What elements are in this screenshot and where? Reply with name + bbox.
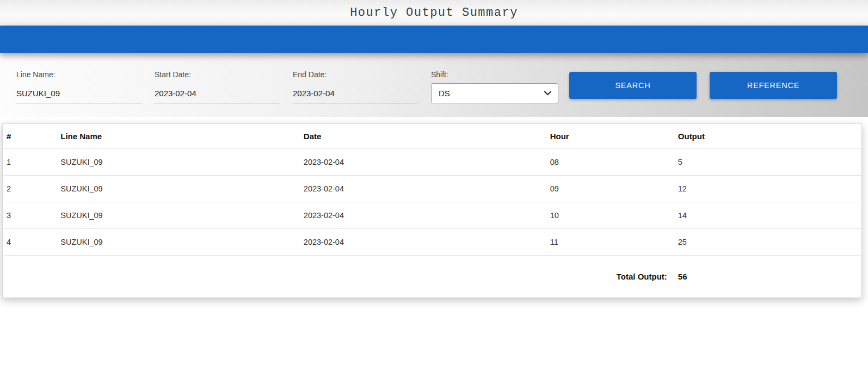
- cell-num: 1: [3, 149, 55, 176]
- line-name-label: Line Name:: [16, 70, 141, 79]
- table-row: 4 SUZUKI_09 2023-02-04 11 25: [3, 229, 861, 256]
- line-name-field: Line Name:: [16, 70, 141, 103]
- results-table-card: # Line Name Date Hour Output 1 SUZUKI_09…: [2, 123, 862, 298]
- end-date-input[interactable]: [293, 86, 418, 103]
- column-header-num: #: [3, 124, 55, 149]
- filter-bar: Line Name: Start Date: End Date: Shift: …: [0, 53, 868, 117]
- reference-button[interactable]: REFERENCE: [710, 72, 837, 99]
- total-output-value: 56: [673, 256, 861, 298]
- shift-select[interactable]: DS: [431, 83, 558, 103]
- column-header-hour: Hour: [545, 124, 673, 149]
- cell-num: 3: [3, 202, 55, 229]
- column-header-date: Date: [298, 124, 545, 149]
- cell-num: 2: [3, 176, 55, 202]
- cell-line-name: SUZUKI_09: [55, 202, 298, 229]
- end-date-field: End Date:: [293, 70, 418, 103]
- start-date-field: Start Date:: [155, 70, 280, 103]
- cell-output: 25: [673, 229, 861, 256]
- column-header-output: Output: [673, 124, 861, 149]
- cell-output: 5: [673, 149, 861, 176]
- column-header-line-name: Line Name: [55, 124, 298, 149]
- cell-output: 12: [673, 176, 861, 202]
- line-name-input[interactable]: [16, 86, 141, 103]
- cell-hour: 08: [545, 149, 673, 176]
- cell-hour: 11: [545, 229, 673, 256]
- cell-hour: 09: [545, 176, 673, 202]
- app-header: Hourly Output Summary: [0, 0, 868, 26]
- total-row: Total Output: 56: [3, 256, 861, 298]
- cell-line-name: SUZUKI_09: [55, 176, 298, 202]
- total-output-label: Total Output:: [3, 256, 673, 298]
- results-table: # Line Name Date Hour Output 1 SUZUKI_09…: [3, 124, 861, 297]
- cell-date: 2023-02-04: [298, 229, 545, 256]
- cell-line-name: SUZUKI_09: [55, 149, 298, 176]
- table-row: 2 SUZUKI_09 2023-02-04 09 12: [3, 176, 861, 202]
- start-date-label: Start Date:: [155, 70, 280, 79]
- shift-field: Shift: DS: [431, 70, 556, 103]
- cell-date: 2023-02-04: [298, 149, 545, 176]
- table-header-row: # Line Name Date Hour Output: [3, 124, 861, 149]
- cell-num: 4: [3, 229, 55, 256]
- table-row: 3 SUZUKI_09 2023-02-04 10 14: [3, 202, 861, 229]
- shift-select-value: DS: [439, 89, 450, 98]
- end-date-label: End Date:: [293, 70, 418, 79]
- search-button[interactable]: SEARCH: [569, 72, 697, 99]
- cell-date: 2023-02-04: [298, 202, 545, 229]
- page-title: Hourly Output Summary: [350, 6, 518, 20]
- start-date-input[interactable]: [155, 86, 280, 103]
- cell-hour: 10: [545, 202, 673, 229]
- cell-date: 2023-02-04: [298, 176, 545, 202]
- shift-label: Shift:: [431, 70, 556, 79]
- chevron-down-icon: [544, 91, 551, 96]
- cell-output: 14: [673, 202, 861, 229]
- table-row: 1 SUZUKI_09 2023-02-04 08 5: [3, 149, 861, 176]
- navbar: [0, 26, 868, 53]
- cell-line-name: SUZUKI_09: [55, 229, 298, 256]
